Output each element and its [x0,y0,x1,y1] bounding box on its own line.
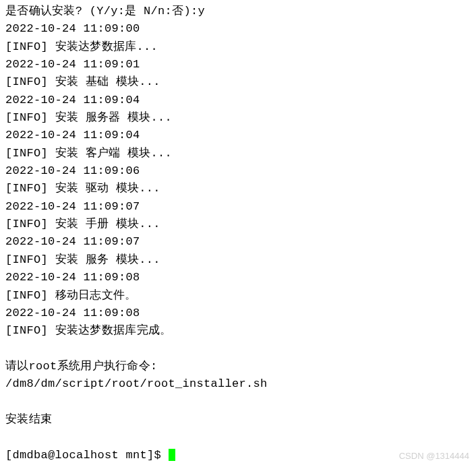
terminal-line: [INFO] 安装 基础 模块... [5,73,471,91]
terminal-line: 2022-10-24 11:09:01 [5,56,471,73]
watermark: CSDN @1314444 [399,449,469,463]
terminal-line: [INFO] 安装达梦数据库完成。 [5,322,471,340]
terminal-line: [INFO] 安装 驱动 模块... [5,180,471,197]
terminal-line: [INFO] 安装 服务器 模块... [5,109,471,127]
terminal-line: 是否确认安装? (Y/y:是 N/n:否):y [5,3,471,20]
terminal-line: 2022-10-24 11:09:07 [5,198,471,216]
terminal-line: [INFO] 安装 服务 模块... [5,251,471,269]
terminal-line: [INFO] 安装达梦数据库... [5,38,471,56]
terminal-blank-line [5,394,471,411]
shell-prompt: [dmdba@localhost mnt]$ [5,449,169,462]
terminal-line: 2022-10-24 11:09:00 [5,20,471,38]
terminal-line: 2022-10-24 11:09:07 [5,233,471,251]
terminal-line: 2022-10-24 11:09:04 [5,127,471,144]
terminal-line: 2022-10-24 11:09:08 [5,305,471,322]
cursor-icon [169,449,175,461]
terminal-line: [INFO] 安装 手册 模块... [5,216,471,233]
terminal-line: 2022-10-24 11:09:06 [5,162,471,180]
terminal-blank-line [5,429,471,446]
terminal-line: /dm8/dm/script/root/root_installer.sh [5,375,471,393]
terminal-line: 请以root系统用户执行命令: [5,358,471,375]
terminal-line: 2022-10-24 11:09:08 [5,269,471,286]
terminal-line: [INFO] 安装 客户端 模块... [5,145,471,162]
terminal-output: 是否确认安装? (Y/y:是 N/n:否):y 2022-10-24 11:09… [5,3,471,464]
terminal-line: 安装结束 [5,411,471,429]
terminal-line: 2022-10-24 11:09:04 [5,92,471,109]
terminal-line: [INFO] 移动日志文件。 [5,287,471,305]
terminal-blank-line [5,340,471,358]
